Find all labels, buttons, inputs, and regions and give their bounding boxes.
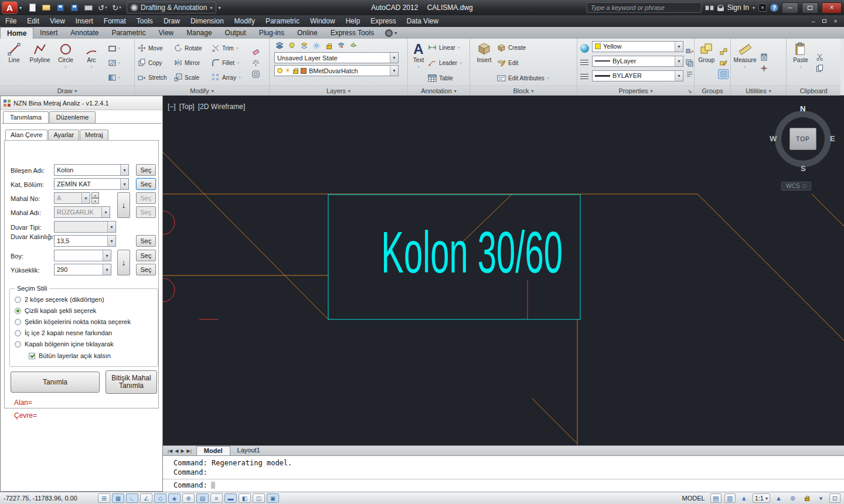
annotation-scale-icon[interactable]: ▲: [738, 493, 750, 503]
doc-restore-button[interactable]: [819, 17, 829, 25]
model-tab[interactable]: Model: [196, 446, 230, 455]
mahal-no-sec-button[interactable]: Seç: [136, 192, 156, 204]
array-caret-icon[interactable]: ▾: [239, 75, 241, 80]
chevron-down-icon[interactable]: ▾: [390, 66, 398, 76]
lwt-toggle[interactable]: ◧: [239, 493, 251, 503]
app-menu-caret-icon[interactable]: ▾: [18, 5, 23, 11]
viewcube-south[interactable]: S: [801, 164, 806, 173]
properties-panel-label[interactable]: Properties▾⇘: [577, 86, 694, 96]
yukseklik-sec-button[interactable]: Seç: [136, 264, 156, 275]
text-tool[interactable]: A Text ▾: [409, 40, 428, 86]
workspace-gear-icon[interactable]: ⊛: [787, 493, 798, 503]
layer-state-dropdown[interactable]: Unsaved Layer State ▾: [274, 52, 399, 63]
trim-tool[interactable]: Trim▾: [210, 41, 250, 56]
transparency-button[interactable]: [684, 58, 694, 68]
ducs-toggle[interactable]: ≡: [210, 493, 223, 503]
linear-caret-icon[interactable]: ▾: [458, 45, 460, 50]
subtab-ayarlar[interactable]: Ayarlar: [48, 130, 79, 140]
tab-plugins[interactable]: Plug-ins: [253, 27, 291, 39]
make-current-layer-button[interactable]: [348, 41, 359, 50]
transparency-toggle[interactable]: ◫: [253, 493, 265, 503]
edit-attributes-caret-icon[interactable]: ▾: [547, 76, 549, 81]
layer-match-button[interactable]: [336, 41, 346, 50]
current-layer-dropdown[interactable]: ☀ BMetDuvarHatch ▾: [274, 65, 399, 76]
array-tool[interactable]: Array▾: [210, 70, 250, 85]
viewcube-north[interactable]: N: [800, 104, 805, 113]
restore-button[interactable]: [802, 2, 818, 13]
annotation-panel-label[interactable]: Annotation▾: [408, 86, 469, 96]
chevron-down-icon[interactable]: ▾: [81, 193, 90, 203]
draw-panel-label[interactable]: Draw▾: [0, 86, 134, 96]
open-button[interactable]: [40, 2, 53, 13]
save-as-button[interactable]: [68, 2, 81, 13]
measure-caret-icon[interactable]: ▾: [744, 64, 746, 70]
bitisik-mahal-tanimla-button[interactable]: Bitişik Mahal Tanımla: [106, 370, 157, 394]
linetype-dropdown[interactable]: ByLayer ▾: [592, 56, 683, 67]
infer-constraints-toggle[interactable]: ⊞: [98, 493, 110, 503]
redo-caret-icon[interactable]: ▾: [119, 5, 121, 10]
match-properties-button[interactable]: [684, 47, 694, 57]
paste-caret-icon[interactable]: ▾: [799, 64, 802, 70]
osnap3d-toggle[interactable]: ⊕: [182, 493, 195, 503]
viewport-minimize-control[interactable]: [−]: [168, 103, 176, 111]
layer-thaw-sun-icon[interactable]: ☀: [285, 67, 291, 74]
polyline-tool[interactable]: Polyline: [27, 40, 53, 86]
leader-tool[interactable]: Leader▾: [428, 56, 462, 70]
layout1-tab[interactable]: Layout1: [230, 446, 267, 455]
duvar-tipi-combo[interactable]: ▾: [54, 221, 116, 233]
minimize-button[interactable]: –: [782, 2, 798, 13]
viewcube[interactable]: N S W E TOP: [770, 105, 836, 174]
circle-flyout-caret-icon[interactable]: ▾: [64, 64, 67, 70]
chevron-down-icon[interactable]: ▾: [107, 222, 115, 232]
chevron-down-icon[interactable]: ▾: [390, 53, 398, 63]
last-layout-button[interactable]: ▶|: [187, 448, 192, 454]
create-block-tool[interactable]: Create: [497, 40, 549, 55]
first-layout-button[interactable]: |◀: [168, 448, 172, 454]
group-tool[interactable]: Group: [696, 40, 717, 86]
rectangle-flyout-button[interactable]: ▾: [104, 41, 124, 55]
chevron-down-icon[interactable]: ▾: [120, 165, 128, 175]
line-tool[interactable]: Line: [1, 40, 27, 86]
menu-draw[interactable]: Draw: [158, 15, 185, 27]
arc-flyout-caret-icon[interactable]: ▾: [90, 64, 93, 70]
tab-online[interactable]: Online: [291, 27, 324, 39]
chevron-down-icon[interactable]: ▾: [103, 250, 111, 261]
linetype-button[interactable]: [578, 56, 590, 70]
edit-attributes-tool[interactable]: Edit Attributes▾: [497, 71, 549, 86]
sign-in-button[interactable]: Sign In: [727, 4, 749, 12]
menu-view[interactable]: View: [45, 15, 70, 27]
lineweight-dropdown[interactable]: BYLAYER ▾: [592, 70, 683, 81]
circle-tool[interactable]: Circle ▾: [53, 40, 79, 86]
metraj-panel-header[interactable]: NZN Bina Metraj Analiz - v1.2.4.1: [1, 96, 162, 110]
menu-dimension[interactable]: Dimension: [185, 15, 229, 27]
mahal-adi-combo[interactable]: RÜZGARLIK ▾: [54, 206, 110, 218]
utilities-panel-label[interactable]: Utilities▾: [731, 86, 786, 96]
arc-tool[interactable]: Arc ▾: [79, 40, 104, 86]
save-button[interactable]: [54, 2, 67, 13]
layer-off-button[interactable]: [287, 41, 297, 50]
grid-toggle[interactable]: ∟: [126, 493, 138, 503]
layers-panel-label[interactable]: Layers▾: [270, 86, 407, 96]
doc-minimize-button[interactable]: –: [808, 17, 818, 25]
tab-home[interactable]: Home: [0, 27, 33, 39]
radio-option-3[interactable]: Şeklin köşelerini nokta nokta seçerek: [15, 318, 131, 325]
edit-block-tool[interactable]: Edit: [497, 56, 549, 70]
tab-annotate[interactable]: Annotate: [64, 27, 105, 39]
fillet-tool[interactable]: Fillet▾: [210, 56, 250, 70]
layer-on-bulb-icon[interactable]: [277, 68, 283, 73]
spinner-up-icon[interactable]: ▴: [91, 192, 99, 198]
viewport-visual-style-control[interactable]: [2D Wireframe]: [198, 103, 246, 111]
tab-insert[interactable]: Insert: [33, 27, 64, 39]
tab-view[interactable]: View: [152, 27, 180, 39]
layers-open-checkbox[interactable]: Bütün layerlar açık kalsın: [29, 352, 111, 359]
gradient-button[interactable]: ▾: [104, 70, 124, 84]
trim-caret-icon[interactable]: ▾: [236, 46, 239, 51]
undo-button[interactable]: ↺▾: [96, 2, 109, 13]
dyn-toggle[interactable]: ▬: [224, 493, 237, 503]
kat-sec-button[interactable]: Seç: [136, 178, 156, 190]
list-button[interactable]: [684, 69, 694, 79]
osnap-toggle[interactable]: ◈: [168, 493, 181, 503]
rotate-tool[interactable]: Rotate: [172, 41, 210, 56]
ungroup-button[interactable]: [718, 47, 729, 57]
menu-modify[interactable]: Modify: [229, 15, 260, 27]
